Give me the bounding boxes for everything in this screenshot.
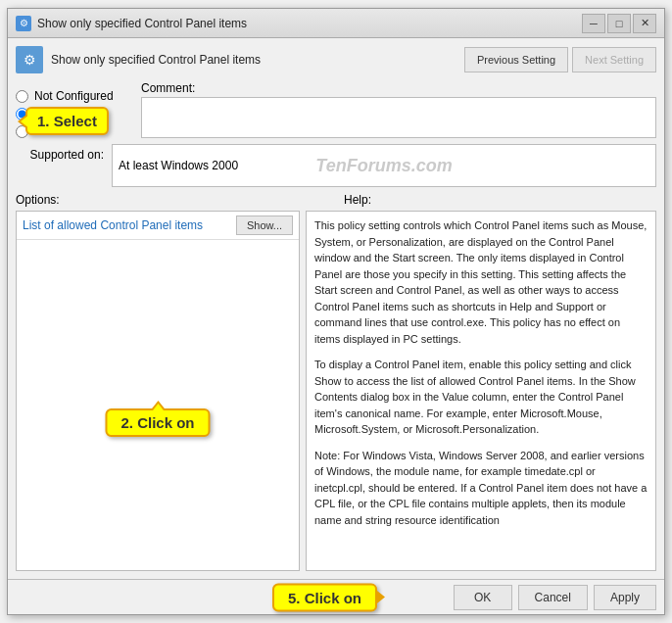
main-panels: List of allowed Control Panel items Show… (16, 211, 656, 571)
options-label: Options: (16, 193, 336, 207)
radio-not-configured-input[interactable] (16, 90, 28, 103)
title-bar-left: ⚙ Show only specified Control Panel item… (16, 16, 247, 31)
header-left: ⚙ Show only specified Control Panel item… (16, 46, 261, 73)
maximize-button[interactable]: □ (607, 14, 631, 33)
supported-section: Supported on: At least Windows 2000 TenF… (16, 144, 656, 187)
help-para1: This policy setting controls which Contr… (314, 217, 648, 347)
help-para2: To display a Control Panel item, enable … (314, 357, 648, 438)
header-buttons: Previous Setting Next Setting (464, 47, 656, 72)
apply-button[interactable]: Apply (594, 585, 656, 610)
show-button[interactable]: Show... (236, 216, 293, 235)
prev-setting-button[interactable]: Previous Setting (464, 47, 568, 72)
left-panel: List of allowed Control Panel items Show… (16, 211, 300, 571)
title-bar: ⚙ Show only specified Control Panel item… (8, 9, 664, 38)
supported-label: Supported on: (16, 144, 104, 162)
help-para3: Note: For Windows Vista, Windows Server … (314, 448, 648, 529)
minimize-button[interactable]: ─ (582, 14, 605, 33)
comment-textarea[interactable] (141, 97, 656, 138)
click-callout: 2. Click on (105, 408, 210, 437)
radio-not-configured[interactable]: Not Configured (16, 89, 133, 103)
comment-section: Comment: (141, 81, 656, 138)
close-button[interactable]: ✕ (633, 14, 656, 33)
options-help-row: Options: Help: (16, 193, 656, 207)
comment-label: Comment: (141, 81, 656, 95)
left-panel-header: List of allowed Control Panel items Show… (17, 212, 299, 240)
ok-button[interactable]: OK (454, 585, 512, 610)
header-title: Show only specified Control Panel items (51, 53, 261, 67)
radio-not-configured-label: Not Configured (34, 89, 114, 103)
supported-value: At least Windows 2000 (119, 159, 649, 172)
window-title: Show only specified Control Panel items (37, 17, 247, 30)
main-window: ⚙ Show only specified Control Panel item… (7, 8, 665, 615)
window-icon: ⚙ (16, 16, 31, 31)
select-callout: 1. Select (25, 107, 109, 135)
title-controls: ─ □ ✕ (582, 14, 656, 33)
cancel-button[interactable]: Cancel (518, 585, 588, 610)
click5-callout: 5. Click on (272, 583, 377, 611)
next-setting-button[interactable]: Next Setting (572, 47, 656, 72)
right-panel: This policy setting controls which Contr… (306, 211, 656, 571)
top-section: Not Configured Enabled Disabled 1. Selec… (16, 81, 656, 138)
content-area: ⚙ Show only specified Control Panel item… (8, 38, 664, 579)
supported-box: At least Windows 2000 TenForums.com (112, 144, 656, 187)
left-panel-title: List of allowed Control Panel items (23, 218, 203, 232)
header-icon: ⚙ (16, 46, 43, 73)
radio-group: Not Configured Enabled Disabled 1. Selec… (16, 81, 133, 138)
header-row: ⚙ Show only specified Control Panel item… (16, 46, 656, 73)
bottom-bar: 5. Click on OK Cancel Apply (8, 579, 664, 614)
help-label: Help: (336, 193, 656, 207)
